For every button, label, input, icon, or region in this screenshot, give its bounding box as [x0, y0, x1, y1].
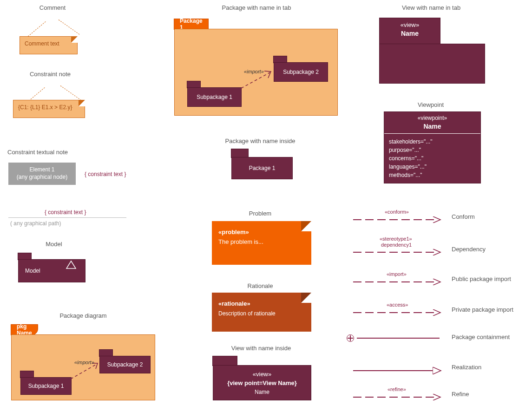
public-import-arrow [353, 279, 441, 285]
graphical-node: Element 1 (any graphical node) [8, 163, 76, 185]
refine-arrow [353, 394, 441, 400]
title-constraint-note: Constraint note [22, 71, 78, 78]
dependency-name: Dependency [452, 246, 486, 253]
comment-note: Comment text [20, 36, 78, 54]
containment-arrow [347, 334, 440, 342]
problem-stereo: «problem» [218, 229, 249, 235]
dep-stereo1: «stereotype1» [380, 236, 412, 242]
note-fold-icon [301, 221, 311, 231]
realization-arrow [353, 367, 442, 374]
circle-plus-icon [347, 334, 354, 342]
svg-line-2 [241, 72, 270, 88]
graphical-path-line [8, 217, 126, 218]
import-label: «import» [244, 69, 264, 74]
graphical-path-sub: ( any graphical path) [10, 220, 85, 227]
constraint-text-path-label: { constraint text } [45, 209, 86, 216]
rationale-note: «rationale» Description of rationale [212, 293, 311, 332]
view-tab: «view» Name [379, 18, 440, 45]
svg-line-1 [71, 364, 97, 379]
realization-name: Realization [452, 364, 481, 371]
problem-text: The problem is... [218, 238, 263, 245]
note-fold-icon [71, 36, 78, 43]
problem-note: «problem» The problem is... [212, 221, 311, 265]
comment-text: Comment text [25, 40, 59, 47]
pub-import-stereo: «import» [387, 271, 407, 277]
svg-marker-0 [66, 261, 76, 268]
private-import-arrow [353, 309, 441, 316]
constraint-note: {C1: {L1} E1.x > E2.y} [13, 100, 85, 118]
rationale-text: Description of rationale [218, 310, 276, 317]
pkg-tab: pkg Name [11, 324, 38, 335]
dep-stereo2: dependency1 [381, 242, 412, 248]
viewpoint-shape: «viewpoint» Name stakeholders="..." purp… [384, 111, 481, 183]
title-view-inside: View with name inside [219, 345, 303, 352]
view-name: Name [255, 388, 269, 396]
title-viewpoint: Viewpoint [401, 101, 461, 108]
conform-arrow [353, 216, 441, 223]
title-pkg-inside: Package with name inside [214, 137, 307, 144]
private-import-name: Private package import [452, 306, 513, 313]
refine-name: Refine [452, 391, 469, 398]
title-problem: Problem [232, 210, 288, 217]
note-fold-icon [301, 293, 311, 303]
viewpoint-header: «viewpoint» Name [384, 112, 480, 134]
title-view-tab: View with name in tab [389, 4, 473, 11]
view-stereo: «view» [253, 370, 271, 379]
title-package-diagram: Package diagram [48, 312, 118, 319]
conform-stereo: «conform» [385, 209, 409, 215]
view-vp: {view point=View Name} [227, 379, 297, 388]
svg-marker-3 [433, 367, 441, 374]
diagram-canvas: Comment Comment text Constraint note {C1… [0, 0, 532, 412]
containment-name: Package containment [452, 334, 510, 340]
title-rationale: Rationale [232, 282, 288, 289]
rationale-stereo: «rationale» [218, 300, 250, 307]
priv-import-stereo: «access» [387, 302, 408, 307]
conform-name: Conform [452, 213, 475, 220]
constraint-attach-line [60, 85, 82, 100]
import-label: «import» [74, 360, 94, 365]
pkg-tab: Package 1 [174, 19, 209, 30]
model-triangle-icon [66, 261, 76, 270]
refine-stereo: «refine» [388, 386, 406, 392]
dependency-arrow [353, 249, 441, 255]
view-body [379, 44, 485, 84]
note-fold-icon [79, 100, 85, 106]
title-pkg-tab: Package with name in tab [210, 4, 303, 11]
comment-attach-line [59, 20, 80, 34]
constraint-text-side: { constraint text } [85, 171, 126, 177]
viewpoint-props: stakeholders="..." purpose="..." concern… [384, 134, 480, 183]
title-model: Model [35, 241, 72, 248]
model-name: Model [25, 268, 40, 274]
constraint-note-text: {C1: {L1} E1.x > E2.y} [18, 104, 72, 111]
public-import-name: Public package import [452, 275, 511, 282]
title-comment: Comment [32, 4, 73, 11]
title-constraint-textual: Constraint textual note [7, 149, 86, 156]
comment-attach-line [28, 21, 46, 37]
